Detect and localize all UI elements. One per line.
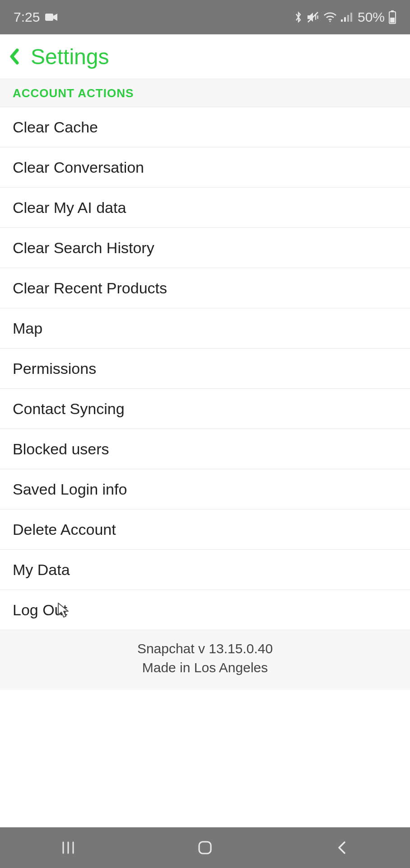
- item-label: Log Out: [13, 601, 67, 619]
- svg-rect-5: [341, 19, 343, 22]
- item-label: Map: [13, 320, 42, 337]
- battery-icon: [388, 10, 396, 24]
- item-contact-syncing[interactable]: Contact Syncing: [0, 389, 410, 429]
- wifi-icon: [323, 12, 337, 23]
- video-recording-icon: [45, 9, 58, 25]
- item-label: Clear Recent Products: [13, 279, 167, 297]
- svg-rect-2: [315, 14, 316, 20]
- signal-icon: [340, 12, 352, 22]
- item-clear-cache[interactable]: Clear Cache: [0, 107, 410, 147]
- page-title: Settings: [31, 44, 109, 69]
- item-label: Clear Search History: [13, 239, 154, 257]
- item-label: My Data: [13, 561, 70, 579]
- chevron-left-icon: [8, 47, 21, 66]
- item-permissions[interactable]: Permissions: [0, 349, 410, 389]
- item-label: Saved Login info: [13, 481, 127, 498]
- mute-vibrate-icon: [306, 11, 320, 23]
- item-label: Permissions: [13, 360, 96, 377]
- item-my-data[interactable]: My Data: [0, 550, 410, 590]
- svg-rect-15: [199, 842, 211, 854]
- item-label: Blocked users: [13, 440, 109, 458]
- item-clear-search-history[interactable]: Clear Search History: [0, 228, 410, 268]
- status-time: 7:25: [14, 9, 40, 25]
- svg-rect-3: [317, 15, 318, 19]
- item-saved-login-info[interactable]: Saved Login info: [0, 469, 410, 509]
- status-right: 50%: [294, 9, 396, 25]
- back-button[interactable]: [8, 47, 30, 66]
- bluetooth-icon: [294, 11, 303, 24]
- item-label: Delete Account: [13, 521, 116, 538]
- item-clear-recent-products[interactable]: Clear Recent Products: [0, 268, 410, 308]
- nav-recents-button[interactable]: [55, 834, 82, 861]
- footer-line-1: Snapchat v 13.15.0.40: [0, 639, 410, 658]
- svg-rect-0: [45, 14, 53, 21]
- home-icon: [196, 839, 214, 857]
- item-label: Clear Conversation: [13, 159, 144, 176]
- app-version-footer: Snapchat v 13.15.0.40 Made in Los Angele…: [0, 630, 410, 690]
- section-header-account-actions: ACCOUNT ACTIONS: [0, 79, 410, 107]
- item-label: Contact Syncing: [13, 400, 125, 418]
- svg-rect-6: [344, 17, 346, 22]
- status-bar: 7:25 50%: [0, 0, 410, 34]
- settings-list: Clear Cache Clear Conversation Clear My …: [0, 107, 410, 630]
- item-label: Clear My AI data: [13, 199, 126, 217]
- item-map[interactable]: Map: [0, 308, 410, 349]
- recents-icon: [60, 840, 76, 856]
- svg-rect-11: [390, 18, 395, 23]
- svg-rect-7: [347, 15, 349, 22]
- item-clear-my-ai-data[interactable]: Clear My AI data: [0, 188, 410, 228]
- system-nav-bar: [0, 827, 410, 868]
- item-blocked-users[interactable]: Blocked users: [0, 429, 410, 469]
- back-icon: [335, 839, 349, 857]
- page-header: Settings: [0, 34, 410, 79]
- status-left: 7:25: [14, 9, 58, 25]
- svg-point-4: [329, 20, 331, 22]
- item-delete-account[interactable]: Delete Account: [0, 509, 410, 550]
- item-log-out[interactable]: Log Out: [0, 590, 410, 630]
- item-clear-conversation[interactable]: Clear Conversation: [0, 147, 410, 188]
- svg-rect-8: [350, 13, 352, 22]
- nav-home-button[interactable]: [191, 834, 219, 861]
- item-label: Clear Cache: [13, 118, 98, 136]
- battery-text: 50%: [358, 9, 385, 25]
- footer-line-2: Made in Los Angeles: [0, 658, 410, 677]
- nav-back-button[interactable]: [328, 834, 355, 861]
